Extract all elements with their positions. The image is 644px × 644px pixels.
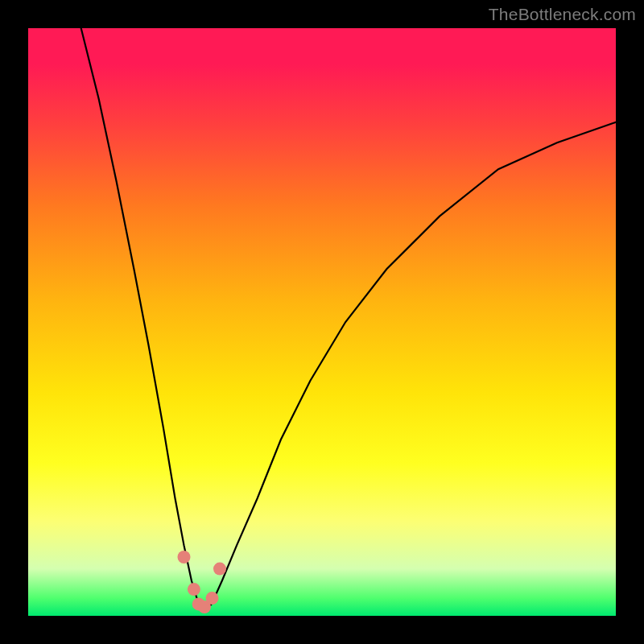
- curve-marker: [178, 551, 191, 564]
- marker-group: [178, 551, 227, 613]
- chart-svg: [28, 28, 616, 616]
- bottleneck-curve: [81, 28, 616, 610]
- watermark-text: TheBottleneck.com: [489, 5, 636, 24]
- chart-container: TheBottleneck.com: [0, 0, 644, 644]
- plot-area: [28, 28, 616, 616]
- curve-marker: [188, 583, 200, 596]
- curve-marker: [206, 592, 219, 605]
- curve-marker: [213, 563, 226, 576]
